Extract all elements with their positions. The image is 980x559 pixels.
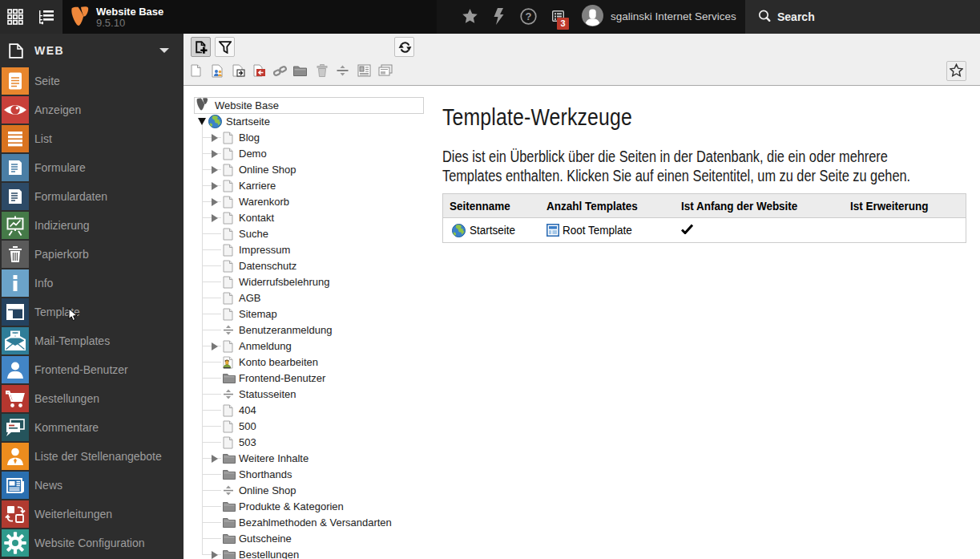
svg-text:?: ?	[526, 10, 532, 22]
